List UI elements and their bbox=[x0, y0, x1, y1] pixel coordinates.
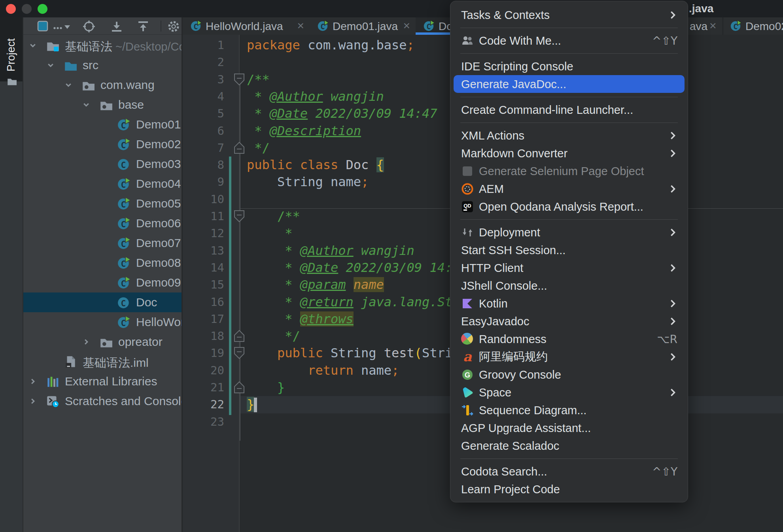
menu-item-generate-selenium-page-object[interactable]: Generate Selenium Page Object bbox=[450, 162, 688, 180]
tree-item-com.wang[interactable]: com.wang bbox=[23, 75, 182, 95]
class-icon: C bbox=[190, 20, 202, 32]
tree-item-External Libraries[interactable]: External Libraries bbox=[23, 372, 182, 391]
code-line: * @Date 2022/03/09 14:47 bbox=[247, 105, 437, 122]
settings-gear-icon bbox=[167, 20, 180, 33]
menu-item-ide-scripting-console[interactable]: IDE Scripting Console bbox=[450, 57, 688, 75]
code-span: @Author bbox=[300, 243, 354, 258]
tree-item-label: Demo01 bbox=[136, 118, 181, 131]
zoom-window-button[interactable] bbox=[38, 4, 47, 14]
menu-item-icon bbox=[461, 404, 474, 417]
fold-start-marker[interactable] bbox=[234, 347, 244, 359]
chevron-right-icon[interactable] bbox=[82, 338, 90, 346]
tab-close-icon[interactable]: × bbox=[297, 19, 304, 32]
menu-item--[interactable]: 阿里编码规约a bbox=[450, 348, 688, 366]
line-number: 18 bbox=[183, 328, 224, 345]
tab-label: ava bbox=[690, 20, 707, 33]
chevron-down-icon[interactable] bbox=[29, 42, 37, 49]
code-span: @Author bbox=[270, 89, 323, 104]
line-number: 7 bbox=[183, 140, 224, 157]
tree-item-Demo02[interactable]: CDemo02 bbox=[23, 134, 182, 154]
tree-item-基础语法.iml[interactable]: 基础语法.iml bbox=[23, 352, 182, 372]
submenu-arrow-icon bbox=[670, 185, 676, 193]
tree-item-Demo06[interactable]: CDemo06 bbox=[23, 213, 182, 233]
tree-item-Demo01[interactable]: CDemo01 bbox=[23, 115, 182, 134]
package-icon bbox=[99, 335, 113, 349]
menu-item-easyjavadoc[interactable]: EasyJavadoc bbox=[450, 312, 688, 330]
tree-item-opreator[interactable]: opreator bbox=[23, 332, 182, 352]
code-span: */ bbox=[247, 328, 300, 343]
menu-item-code-with-me-[interactable]: Code With Me...^⇧Y bbox=[450, 32, 688, 49]
menu-item-label: JShell Console... bbox=[461, 279, 547, 292]
tree-item-Scratches and Consoles[interactable]: Scratches and Consoles bbox=[23, 391, 182, 411]
menu-item-xml-actions[interactable]: XML Actions bbox=[450, 126, 688, 144]
code-line: * @param name bbox=[247, 276, 384, 293]
code-span: @return bbox=[300, 294, 354, 309]
menu-item-sequence-diagram-[interactable]: Sequence Diagram... bbox=[450, 401, 688, 419]
menu-item-label: Start SSH Session... bbox=[461, 243, 566, 257]
close-window-button[interactable] bbox=[6, 4, 16, 14]
tree-item-Doc[interactable]: CDoc bbox=[23, 292, 182, 312]
tree-item-Demo03[interactable]: CDemo03 bbox=[23, 154, 182, 174]
tree-item-base[interactable]: base bbox=[23, 95, 182, 115]
tree-item-Demo05[interactable]: CDemo05 bbox=[23, 194, 182, 213]
menu-item-deployment[interactable]: Deployment bbox=[450, 223, 688, 241]
menu-item-aem[interactable]: AEM bbox=[450, 180, 688, 198]
tree-item-src[interactable]: src bbox=[23, 55, 182, 75]
line-number: 20 bbox=[183, 362, 224, 379]
tree-item-Demo09[interactable]: CDemo09 bbox=[23, 273, 182, 292]
minimize-window-button[interactable] bbox=[22, 4, 32, 14]
chevron-right-icon[interactable] bbox=[29, 397, 37, 405]
chevron-down-icon[interactable] bbox=[64, 81, 72, 89]
menu-item-icon bbox=[461, 183, 474, 195]
code-span: return bbox=[247, 363, 361, 378]
menu-item-start-ssh-session-[interactable]: Start SSH Session... bbox=[450, 241, 688, 259]
menu-item-markdown-converter[interactable]: Markdown Converter bbox=[450, 144, 688, 162]
line-number: 23 bbox=[183, 413, 224, 430]
menu-item-tasks-contexts[interactable]: Tasks & Contexts bbox=[450, 6, 688, 24]
menu-item-label: EasyJavadoc bbox=[461, 315, 530, 328]
class-icon: C bbox=[117, 138, 130, 151]
project-tool-label[interactable]: Project bbox=[5, 38, 17, 72]
menu-item-generate-scaladoc[interactable]: Generate Scaladoc bbox=[450, 437, 688, 455]
menu-item-space[interactable]: Space bbox=[450, 383, 688, 401]
fold-end-marker[interactable] bbox=[234, 142, 244, 154]
editor-tab-Demo02.java[interactable]: CDemo02.java bbox=[723, 17, 783, 35]
menu-item-generate-javadoc-[interactable]: Generate JavaDoc... bbox=[450, 75, 688, 93]
code-span: * bbox=[247, 243, 300, 258]
menu-item-http-client[interactable]: HTTP Client bbox=[450, 259, 688, 277]
chevron-right-icon[interactable] bbox=[29, 377, 37, 385]
menu-item-codota-search-[interactable]: Codota Search...^⇧Y bbox=[450, 462, 688, 480]
menu-item-groovy-console[interactable]: Groovy ConsoleG bbox=[450, 366, 688, 383]
chevron-down-icon[interactable] bbox=[82, 101, 90, 109]
chevron-down-icon[interactable] bbox=[47, 61, 55, 69]
iml-icon bbox=[64, 355, 77, 368]
menu-item-kotlin[interactable]: Kotlin bbox=[450, 294, 688, 312]
tab-close-icon[interactable]: × bbox=[709, 19, 717, 32]
tree-item-label: Demo02 bbox=[136, 138, 181, 151]
fold-end-marker[interactable] bbox=[234, 381, 244, 393]
fold-start-marker[interactable] bbox=[234, 74, 244, 85]
menu-item-learn-project-code[interactable]: Learn Project Code bbox=[450, 480, 688, 498]
menu-item-jshell-console-[interactable]: JShell Console... bbox=[450, 277, 688, 294]
menu-item-randomness[interactable]: Randomness⌥R bbox=[450, 330, 688, 348]
menu-item-create-command-line-launcher-[interactable]: Create Command-line Launcher... bbox=[450, 101, 688, 119]
menu-item-agp-upgrade-assistant-[interactable]: AGP Upgrade Assistant... bbox=[450, 419, 688, 437]
line-number: 12 bbox=[183, 225, 224, 242]
fold-end-marker[interactable] bbox=[234, 330, 244, 342]
tree-item-Demo08[interactable]: CDemo08 bbox=[23, 253, 182, 273]
menu-item-open-qodana-analysis-report-[interactable]: Open Qodana Analysis Report...QD bbox=[450, 198, 688, 215]
line-number: 8 bbox=[183, 157, 224, 174]
tree-item-基础语法[interactable]: 基础语法 ~/Desktop/Co bbox=[23, 36, 182, 55]
menu-item-icon bbox=[461, 226, 474, 239]
tree-item-HelloWorld[interactable]: CHelloWorld bbox=[23, 312, 182, 332]
libraries-icon bbox=[46, 375, 59, 388]
tree-item-Demo07[interactable]: CDemo07 bbox=[23, 233, 182, 253]
code-span: @Description bbox=[270, 123, 361, 138]
editor-tab-ava[interactable]: ava× bbox=[687, 17, 723, 35]
tree-item-Demo04[interactable]: CDemo04 bbox=[23, 174, 182, 194]
editor-tab-Demo01.java[interactable]: CDemo01.java× bbox=[310, 17, 416, 35]
tab-close-icon[interactable]: × bbox=[403, 19, 410, 32]
fold-start-marker[interactable] bbox=[234, 210, 244, 222]
class-icon: C bbox=[117, 118, 130, 131]
editor-tab-HelloWorld.java[interactable]: CHelloWorld.java× bbox=[183, 17, 310, 35]
